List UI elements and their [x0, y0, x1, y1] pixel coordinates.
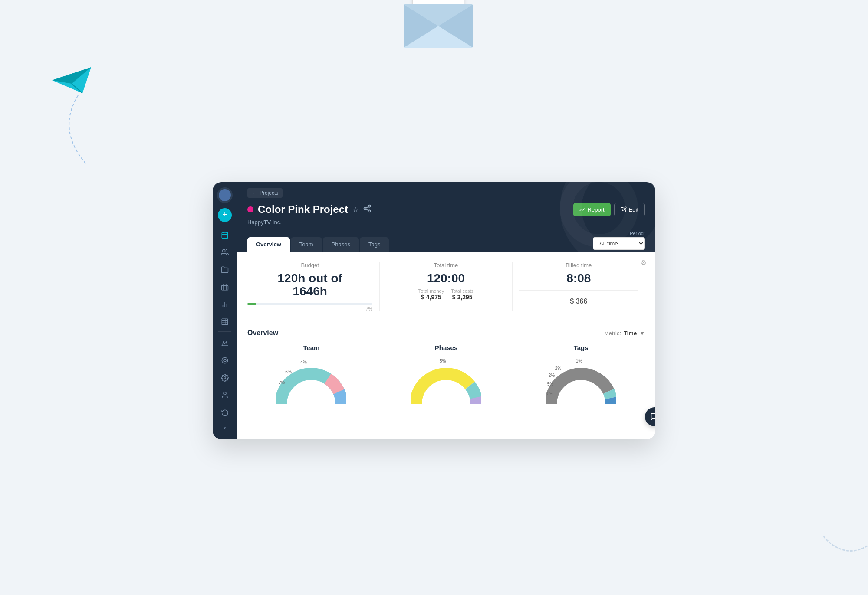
- sidebar-item-team[interactable]: [217, 245, 233, 260]
- tab-tags[interactable]: Tags: [360, 237, 389, 252]
- sidebar-item-user-profile[interactable]: [217, 387, 233, 403]
- tags-donut-chart: [546, 356, 616, 413]
- svg-rect-12: [222, 319, 228, 325]
- back-arrow-icon: ←: [252, 190, 257, 196]
- metric-dropdown-arrow: ▼: [639, 330, 645, 337]
- total-money-value: $ 4,975: [418, 294, 444, 301]
- sidebar-item-settings[interactable]: [217, 370, 233, 386]
- sidebar-item-chart[interactable]: [217, 297, 233, 312]
- sidebar-item-group[interactable]: [217, 353, 233, 368]
- billed-time-value: 8:08: [519, 272, 638, 285]
- tags-chart: Tags: [517, 344, 645, 415]
- sidebar: +: [213, 182, 237, 439]
- tags-5pct-1: 5%: [547, 382, 553, 386]
- favorite-star-icon[interactable]: ☆: [352, 206, 358, 214]
- svg-point-21: [368, 205, 371, 207]
- svg-point-18: [222, 357, 228, 363]
- tags-chart-title: Tags: [517, 344, 645, 351]
- svg-point-17: [224, 359, 226, 362]
- overview-section-title: Overview: [247, 329, 278, 337]
- billed-time-label: Billed time: [519, 262, 638, 268]
- project-status-dot: [247, 206, 253, 212]
- breadcrumb-label: Projects: [260, 190, 278, 196]
- metric-selector[interactable]: Metric: Time ▼: [604, 330, 645, 337]
- sidebar-item-history[interactable]: [217, 405, 233, 420]
- stats-settings-icon[interactable]: ⚙: [641, 258, 647, 267]
- metric-value: Time: [624, 330, 637, 337]
- period-label: Period:: [630, 231, 645, 236]
- total-costs-value: $ 3,295: [451, 294, 473, 301]
- svg-line-2: [72, 84, 82, 93]
- logo[interactable]: [217, 187, 233, 203]
- sidebar-item-folder[interactable]: [217, 262, 233, 278]
- tab-overview[interactable]: Overview: [247, 237, 290, 252]
- project-name: Color Pink Project: [258, 203, 348, 216]
- breadcrumb-back[interactable]: ← Projects: [247, 188, 283, 198]
- tab-team[interactable]: Team: [291, 237, 322, 252]
- svg-marker-0: [52, 67, 91, 93]
- svg-point-22: [364, 208, 366, 210]
- sidebar-item-table[interactable]: [217, 314, 233, 330]
- tags-2pct-2: 2%: [549, 373, 555, 378]
- svg-line-25: [366, 206, 368, 208]
- team-7pct: 7%: [279, 380, 285, 385]
- company-link[interactable]: HappyTV Inc.: [247, 219, 282, 226]
- tags-5pct-2: 5%: [547, 391, 553, 396]
- team-6pct: 6%: [285, 369, 291, 374]
- billed-time-stat: Billed time 8:08 $ 366: [513, 262, 645, 312]
- budget-label: Budget: [247, 262, 372, 268]
- svg-line-24: [366, 209, 368, 210]
- tab-phases[interactable]: Phases: [323, 237, 359, 252]
- metric-label: Metric:: [604, 330, 621, 337]
- total-time-stat: Total time 120:00 Total money $ 4,975 To…: [380, 262, 512, 312]
- phases-5pct: 5%: [440, 359, 446, 363]
- svg-rect-8: [222, 285, 228, 290]
- sidebar-item-crown[interactable]: [217, 335, 233, 351]
- sidebar-collapse-button[interactable]: >: [217, 422, 233, 434]
- phases-donut-chart: [411, 356, 481, 413]
- sidebar-item-briefcase[interactable]: [217, 279, 233, 295]
- tags-1pct: 1%: [576, 359, 582, 363]
- phases-chart-title: Phases: [382, 344, 510, 351]
- svg-marker-1: [52, 67, 91, 84]
- total-time-label: Total time: [387, 262, 505, 268]
- phases-chart: Phases 5%: [382, 344, 510, 415]
- billed-amount: $ 366: [519, 298, 638, 305]
- team-chart: Team: [247, 344, 375, 415]
- svg-point-23: [368, 210, 371, 212]
- total-costs-label: Total costs: [451, 288, 473, 294]
- team-4pct: 4%: [300, 360, 306, 365]
- budget-percent: 7%: [247, 306, 372, 311]
- budget-value: 120h out of 1646h: [247, 272, 372, 299]
- share-icon[interactable]: [363, 204, 372, 215]
- period-select[interactable]: All time: [593, 237, 645, 250]
- total-time-value: 120:00: [387, 272, 505, 285]
- team-chart-title: Team: [247, 344, 375, 351]
- svg-rect-3: [222, 232, 228, 239]
- add-button[interactable]: +: [218, 208, 232, 222]
- team-donut-chart: [276, 356, 346, 413]
- total-money-label: Total money: [418, 288, 444, 294]
- svg-point-20: [224, 392, 226, 395]
- tags-2pct-1: 2%: [555, 366, 561, 371]
- svg-point-7: [223, 249, 225, 252]
- svg-point-19: [224, 376, 226, 379]
- budget-stat: Budget 120h out of 1646h 7%: [247, 262, 380, 312]
- sidebar-item-calendar[interactable]: [217, 227, 233, 243]
